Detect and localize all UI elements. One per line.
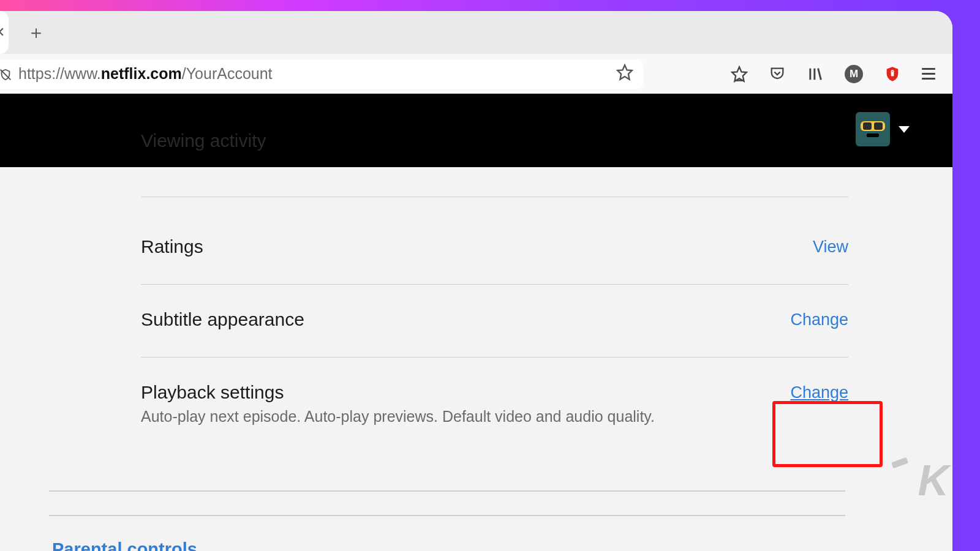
site-header: Viewing activity — [0, 94, 952, 167]
section-divider — [49, 515, 845, 516]
toolbar-icon-group: M — [731, 65, 945, 83]
settings-row-subtitle: Subtitle appearance Change — [141, 284, 848, 357]
svg-marker-1 — [617, 65, 631, 79]
settings-content: Ratings View Subtitle appearance Change … — [0, 167, 952, 551]
row-subtitle: Auto-play next episode. Auto-play previe… — [141, 408, 790, 425]
settings-row-ratings: Ratings View — [141, 197, 848, 284]
row-title: Subtitle appearance — [141, 309, 790, 330]
playback-change-link[interactable]: Change — [790, 382, 848, 402]
settings-row-playback: Playback settings Auto-play next episode… — [141, 357, 848, 462]
pocket-icon[interactable] — [769, 66, 786, 83]
tab-strip: ✕ ＋ — [0, 11, 952, 54]
watermark: K — [918, 456, 946, 505]
browser-toolbar: https://www.netflix.com/YourAccount M — [0, 54, 952, 94]
chevron-down-icon — [899, 126, 910, 133]
tracking-protection-icon[interactable] — [0, 67, 12, 81]
row-title: Playback settings — [141, 382, 790, 403]
row-title: Ratings — [141, 236, 813, 257]
close-tab-icon[interactable]: ✕ — [0, 11, 9, 54]
section-heading-parental[interactable]: Parental controls — [52, 539, 197, 551]
subtitle-change-link[interactable]: Change — [790, 309, 848, 329]
window-frame: ✕ ＋ https://www.netflix.com/YourAccount — [0, 0, 980, 551]
library-icon[interactable] — [807, 66, 824, 83]
profile-menu[interactable] — [856, 112, 910, 146]
ratings-view-link[interactable]: View — [813, 236, 848, 257]
address-bar[interactable]: https://www.netflix.com/YourAccount — [0, 59, 643, 89]
security-shield-icon[interactable] — [884, 66, 901, 83]
header-faded-title: Viewing activity — [141, 130, 266, 151]
bookmarks-icon[interactable] — [731, 66, 748, 83]
menu-icon[interactable] — [922, 68, 935, 80]
account-badge[interactable]: M — [845, 65, 863, 83]
browser-window: ✕ ＋ https://www.netflix.com/YourAccount — [0, 11, 952, 551]
new-tab-button[interactable]: ＋ — [27, 20, 45, 45]
section-divider — [49, 490, 845, 492]
avatar — [856, 112, 890, 146]
url-text: https://www.netflix.com/YourAccount — [18, 65, 616, 83]
svg-line-6 — [818, 68, 821, 80]
bookmark-star-icon[interactable] — [616, 64, 633, 84]
svg-marker-2 — [732, 67, 746, 81]
